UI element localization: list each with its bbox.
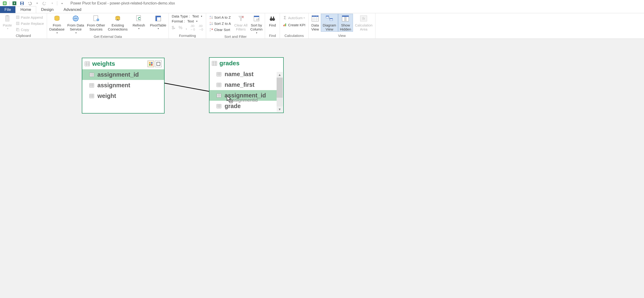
calc-area-icon: fx bbox=[360, 15, 368, 22]
show-hidden-icon bbox=[342, 15, 349, 22]
undo-dropdown-icon[interactable]: ▼ bbox=[34, 0, 40, 6]
tab-advanced[interactable]: Advanced bbox=[59, 6, 86, 13]
percent-format-button[interactable]: % bbox=[178, 25, 182, 30]
scroll-thumb[interactable] bbox=[276, 78, 283, 98]
ribbon-group-getdata: From Database▾ From Data Service▾ From O… bbox=[47, 13, 169, 38]
from-other-sources-button[interactable]: From Other Sources bbox=[86, 14, 106, 32]
svg-rect-35 bbox=[284, 25, 284, 26]
svg-rect-34 bbox=[273, 16, 274, 18]
qat-customize-icon[interactable]: ▾ bbox=[59, 0, 65, 6]
redo-icon[interactable] bbox=[42, 0, 48, 6]
data-view-icon bbox=[311, 15, 319, 22]
refresh-button[interactable]: Refresh ▾ bbox=[131, 14, 146, 30]
excel-icon[interactable]: X bbox=[12, 0, 17, 6]
grades-col-name-last[interactable]: name_last bbox=[210, 69, 276, 80]
weights-col-assignment[interactable]: assignment bbox=[82, 80, 164, 90]
svg-rect-30 bbox=[254, 16, 259, 17]
column-icon bbox=[216, 94, 221, 98]
copy-icon bbox=[16, 28, 20, 32]
table-maximize-icon[interactable] bbox=[155, 60, 162, 67]
database-icon bbox=[53, 15, 61, 22]
diagram-view-button[interactable]: Diagram View bbox=[321, 14, 338, 32]
data-type-selector[interactable]: Data Type : Text ▾ bbox=[170, 14, 204, 19]
refresh-icon bbox=[135, 15, 142, 22]
svg-rect-10 bbox=[16, 22, 19, 25]
pivottable-button[interactable]: PivotTable ▾ bbox=[148, 14, 168, 30]
column-icon bbox=[216, 104, 221, 108]
sort-az-button[interactable]: AZ Sort A to Z bbox=[208, 15, 232, 20]
svg-text:A: A bbox=[210, 16, 211, 17]
scroll-track[interactable] bbox=[276, 78, 283, 106]
ribbon-group-clipboard: Paste ▾ Paste Append Paste Replace Copy … bbox=[0, 13, 47, 38]
grades-col-name-first[interactable]: name_first bbox=[210, 80, 276, 90]
diagram-canvas[interactable]: weights assignment_id assignment weight bbox=[0, 39, 644, 298]
sort-by-column-button[interactable]: Sort by Column▾ bbox=[249, 14, 264, 34]
increase-decimal-button[interactable]: .00←0 bbox=[190, 24, 195, 31]
svg-rect-70 bbox=[90, 84, 94, 87]
column-icon bbox=[216, 72, 221, 76]
svg-rect-9 bbox=[16, 16, 19, 19]
tab-home[interactable]: Home bbox=[15, 6, 36, 13]
table-header-weights[interactable]: weights bbox=[82, 58, 164, 69]
binoculars-icon bbox=[268, 15, 276, 22]
svg-rect-85 bbox=[217, 72, 221, 76]
svg-rect-12 bbox=[17, 29, 19, 32]
svg-rect-61 bbox=[151, 62, 152, 64]
sigma-icon: Σ bbox=[283, 16, 287, 20]
titlebar: X ▼ ▼ ▾ Power Pivot for Excel - power-pi… bbox=[0, 0, 644, 6]
table-header-grades[interactable]: grades bbox=[210, 58, 283, 69]
comma-format-button[interactable]: , bbox=[186, 25, 187, 30]
tab-design[interactable]: Design bbox=[36, 6, 59, 13]
ribbon-group-sortfilter: AZ Sort A to Z ZA Sort Z to A AZ Clear S… bbox=[206, 13, 265, 38]
scroll-up-icon[interactable]: ▲ bbox=[277, 72, 282, 78]
format-selector[interactable]: Format : Text ▾ bbox=[170, 19, 199, 24]
svg-rect-7 bbox=[6, 16, 9, 21]
from-database-button[interactable]: From Database▾ bbox=[48, 14, 66, 34]
weights-col-weight[interactable]: weight bbox=[82, 90, 164, 101]
create-kpi-button[interactable]: Create KPI bbox=[282, 22, 306, 28]
svg-rect-62 bbox=[149, 64, 150, 66]
ribbon-group-view: Data View Diagram View Show Hidden fx Ca… bbox=[308, 13, 376, 38]
calculation-area-button: fx Calculation Area bbox=[353, 14, 374, 32]
svg-rect-90 bbox=[217, 83, 221, 87]
data-view-button[interactable]: Data View bbox=[310, 14, 321, 32]
diagram-table-grades[interactable]: grades name_last name_first assignment_i… bbox=[209, 57, 284, 113]
svg-text:A: A bbox=[210, 24, 211, 25]
sort-za-button[interactable]: ZA Sort Z to A bbox=[208, 21, 232, 26]
svg-rect-19 bbox=[136, 16, 141, 21]
scroll-down-icon[interactable]: ▼ bbox=[277, 106, 282, 112]
undo-icon[interactable] bbox=[27, 0, 32, 6]
svg-rect-37 bbox=[285, 24, 286, 26]
clear-sort-button[interactable]: AZ Clear Sort bbox=[208, 27, 232, 32]
save-icon[interactable] bbox=[19, 0, 25, 6]
decrease-decimal-button[interactable]: .00→0 bbox=[198, 24, 203, 31]
redo-dropdown-icon[interactable]: ▼ bbox=[50, 0, 55, 6]
copy-button: Copy bbox=[15, 27, 45, 32]
tab-file[interactable]: File bbox=[0, 6, 15, 13]
window-title: Power Pivot for Excel - power-pivot-rela… bbox=[70, 1, 175, 6]
show-hidden-button[interactable]: Show Hidden bbox=[338, 14, 353, 32]
diagram-table-weights[interactable]: weights assignment_id assignment weight bbox=[82, 58, 164, 114]
ribbon-group-view-label: View bbox=[310, 33, 374, 38]
find-button[interactable]: Find bbox=[266, 14, 279, 27]
svg-rect-63 bbox=[151, 64, 152, 66]
quick-access-toolbar: X ▼ ▼ ▾ bbox=[1, 0, 66, 6]
sort-za-icon: ZA bbox=[209, 21, 213, 26]
grades-scrollbar[interactable]: ▲ ▼ bbox=[276, 72, 283, 112]
from-data-service-button[interactable]: From Data Service▾ bbox=[66, 14, 86, 34]
powerpivot-icon bbox=[2, 0, 8, 6]
sort-column-icon bbox=[253, 15, 260, 22]
clear-all-filters-button: Clear All Filters bbox=[233, 14, 249, 32]
table-title-grades: grades bbox=[220, 60, 240, 67]
existing-connections-button[interactable]: Existing Connections bbox=[106, 14, 129, 32]
paste-icon bbox=[4, 15, 11, 22]
table-measures-icon[interactable] bbox=[148, 60, 154, 67]
svg-rect-65 bbox=[90, 73, 94, 77]
svg-rect-80 bbox=[212, 61, 217, 66]
currency-format-button[interactable]: $▾ bbox=[172, 25, 175, 30]
weights-col-assignment-id[interactable]: assignment_id bbox=[82, 69, 164, 80]
svg-rect-22 bbox=[156, 16, 157, 21]
svg-rect-51 bbox=[344, 17, 346, 21]
svg-rect-55 bbox=[85, 62, 90, 66]
dropdown-caret-icon: ▾ bbox=[196, 20, 198, 22]
